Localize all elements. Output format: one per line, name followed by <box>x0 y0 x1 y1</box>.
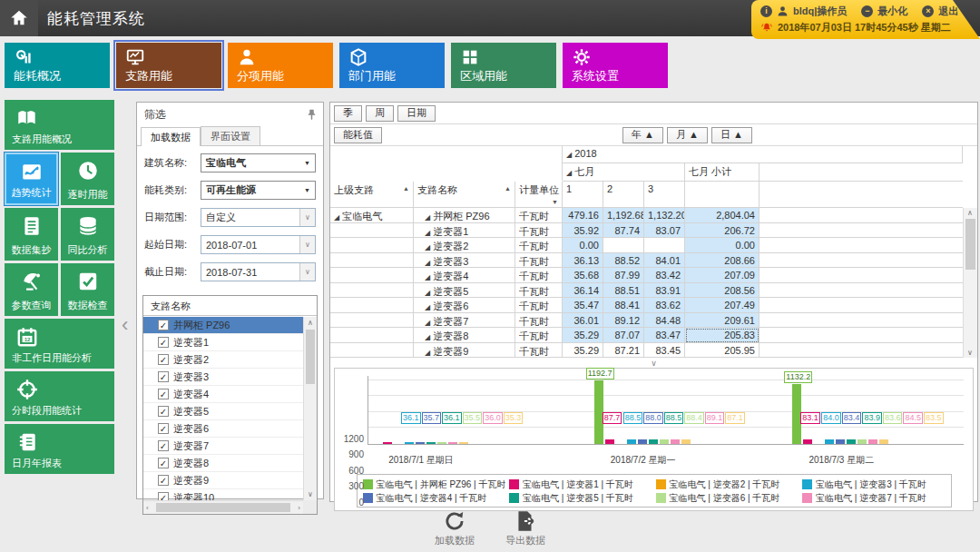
table-row[interactable]: ◢逆变器5千瓦时36.1488.5183.91208.56 <box>330 283 977 299</box>
bar-宝临电气 | 逆变器5 | 千瓦时[interactable] <box>426 442 436 444</box>
branch-list-item[interactable]: ✓逆变器9 <box>143 472 303 489</box>
column-header-day[interactable]: 2 <box>603 182 644 208</box>
table-row[interactable]: ◢逆变器4千瓦时35.6887.9983.42207.09 <box>330 268 977 283</box>
bar-宝临电气 | 逆变器1 | 千瓦时[interactable] <box>803 439 812 444</box>
checkbox-checked-icon[interactable]: ✓ <box>158 406 169 417</box>
column-header-上级支路[interactable]: 上级支路▲ <box>330 182 414 208</box>
minimize-label[interactable]: 最小化 <box>877 5 907 18</box>
cell-unit[interactable]: 千瓦时 <box>515 343 563 359</box>
legend-item[interactable]: 宝临电气 | 逆变器6 | 千瓦时 <box>656 491 799 505</box>
cell-unit[interactable]: 千瓦时 <box>515 328 563 343</box>
export-data-button[interactable]: 导出数据 <box>505 509 545 547</box>
cell-unit[interactable]: 千瓦时 <box>515 223 563 239</box>
combo-dropdown-button[interactable]: ∨ <box>299 209 315 226</box>
bar-宝临电气 | 逆变器1 | 千瓦时[interactable] <box>383 442 392 444</box>
filter-combo-4[interactable]: 2018-07-31∨ <box>201 262 316 281</box>
legend-item[interactable]: 宝临电气 | 并网柜 PZ96 | 千瓦时 <box>363 478 506 491</box>
chevron-down-icon[interactable]: ▼ <box>304 187 310 193</box>
cell-unit[interactable]: 千瓦时 <box>515 313 563 329</box>
checkbox-checked-icon[interactable]: ✓ <box>158 423 169 434</box>
bar-宝临电气 | 逆变器8 | 千瓦时[interactable] <box>681 439 691 444</box>
cell-branch-name[interactable]: ◢逆变器2 <box>414 238 515 253</box>
cell-branch-name[interactable]: ◢逆变器8 <box>414 328 515 343</box>
column-header-支路名称[interactable]: 支路名称▲ <box>414 182 515 208</box>
column-header-day[interactable]: 1 <box>563 182 603 208</box>
cell-value[interactable]: 88.52 <box>603 253 644 269</box>
cell-value[interactable] <box>644 238 685 253</box>
scroll-up-icon[interactable]: ∧ <box>967 209 973 217</box>
chevron-down-icon[interactable]: ▼ <box>304 160 310 166</box>
table-row[interactable]: ◢逆变器7千瓦时36.0189.1284.48209.61 <box>330 313 977 329</box>
cell-unit[interactable]: 千瓦时 <box>515 208 563 223</box>
sidebar-item-数据检查[interactable]: 数据检查 <box>61 263 114 316</box>
cell-parent-branch[interactable] <box>330 268 414 283</box>
cell-subtotal[interactable]: 205.83 <box>685 328 760 343</box>
exit-label[interactable]: 退出 <box>938 5 958 18</box>
bar-宝临电气 | 逆变器7 | 千瓦时[interactable] <box>671 439 680 444</box>
combo-dropdown-button[interactable]: ∨ <box>299 236 315 253</box>
legend-item[interactable]: 宝临电气 | 逆变器1 | 千瓦时 <box>509 478 652 491</box>
cell-value[interactable]: 83.45 <box>644 343 685 359</box>
bar-宝临电气 | 逆变器6 | 千瓦时[interactable] <box>858 439 867 444</box>
filter-combo-1[interactable]: 可再生能源▼ <box>201 181 316 200</box>
cell-value[interactable]: 35.47 <box>563 298 603 313</box>
nav-tile-系统设置[interactable]: 系统设置 <box>563 43 668 88</box>
bar-宝临电气 | 逆变器8 | 千瓦时[interactable] <box>879 439 888 444</box>
branch-list-item[interactable]: ✓逆变器10 <box>143 489 303 500</box>
filter-combo-0[interactable]: 宝临电气▼ <box>201 153 316 172</box>
checkbox-checked-icon[interactable]: ✓ <box>158 389 169 399</box>
cell-subtotal[interactable]: 207.09 <box>685 268 760 283</box>
bar-宝临电气 | 逆变器1 | 千瓦时[interactable] <box>605 439 614 444</box>
cell-value[interactable]: 88.51 <box>603 283 644 299</box>
home-icon[interactable] <box>0 0 38 36</box>
cell-unit[interactable]: 千瓦时 <box>515 298 563 313</box>
cell-subtotal[interactable]: 2,804.04 <box>685 208 760 223</box>
bar-宝临电气 | 逆变器5 | 千瓦时[interactable] <box>649 439 658 444</box>
load-data-button[interactable]: 加载数据 <box>435 509 475 547</box>
cell-value[interactable]: 88.41 <box>603 298 644 313</box>
cell-unit[interactable]: 千瓦时 <box>515 268 563 283</box>
bar-宝临电气 | 逆变器7 | 千瓦时[interactable] <box>868 439 877 444</box>
pivot-field-week[interactable]: 周 <box>366 105 394 122</box>
pin-icon[interactable] <box>308 109 316 120</box>
cell-subtotal[interactable]: 209.61 <box>685 313 760 329</box>
cell-unit[interactable]: 千瓦时 <box>515 238 563 253</box>
branch-list-item[interactable]: ✓逆变器2 <box>143 351 303 369</box>
sidebar-item-支路用能概况[interactable]: 支路用能概况 <box>5 100 114 150</box>
checkbox-checked-icon[interactable]: ✓ <box>158 475 169 486</box>
sidebar-item-参数查询[interactable]: 参数查询 <box>5 263 58 316</box>
branch-list-item[interactable]: ✓逆变器4 <box>143 386 303 403</box>
table-row[interactable]: ◢逆变器1千瓦时35.9287.7483.07206.72 <box>330 223 977 239</box>
legend-item[interactable]: 宝临电气 | 逆变器2 | 千瓦时 <box>656 478 799 491</box>
cell-value[interactable]: 0.00 <box>563 238 603 253</box>
bar-宝临电气 | 逆变器7 | 千瓦时[interactable] <box>448 442 457 444</box>
nav-tile-分项用能[interactable]: 分项用能 <box>228 43 333 88</box>
cell-value[interactable]: 83.91 <box>644 283 685 299</box>
sidebar-item-分时段用能统计[interactable]: 分时段用能统计 <box>5 371 114 421</box>
bar-宝临电气 | 逆变器3 | 千瓦时[interactable] <box>627 439 636 444</box>
cell-value[interactable]: 84.48 <box>644 313 685 329</box>
cell-value[interactable]: 36.01 <box>563 313 603 329</box>
cell-value[interactable] <box>603 238 644 253</box>
cell-value[interactable]: 83.62 <box>644 298 685 313</box>
pivot-field-day[interactable]: 日 ▲ <box>711 127 752 143</box>
cell-value[interactable]: 87.74 <box>603 223 644 239</box>
cell-value[interactable]: 1,192.68 <box>603 208 644 223</box>
cell-subtotal[interactable]: 208.66 <box>685 253 760 269</box>
year-header-cell[interactable]: ◢2018 <box>563 146 963 163</box>
bar-宝临电气 | 逆变器3 | 千瓦时[interactable] <box>825 439 834 444</box>
cell-parent-branch[interactable] <box>330 253 414 269</box>
cell-parent-branch[interactable] <box>330 298 414 313</box>
cell-unit[interactable]: 千瓦时 <box>515 283 563 299</box>
legend-item[interactable]: 宝临电气 | 逆变器3 | 千瓦时 <box>802 478 946 491</box>
scroll-down-icon[interactable]: ∨ <box>967 349 973 357</box>
cell-value[interactable]: 87.07 <box>603 328 644 343</box>
month-header-cell[interactable]: ◢七月 <box>563 163 685 182</box>
branch-list-item[interactable]: ✓逆变器6 <box>143 420 303 438</box>
checkbox-checked-icon[interactable]: ✓ <box>158 337 169 348</box>
cell-parent-branch[interactable] <box>330 283 414 299</box>
table-row[interactable]: ◢逆变器9千瓦时35.2987.2183.45205.95 <box>330 343 977 359</box>
tab-ui-settings[interactable]: 界面设置 <box>201 126 260 145</box>
info-icon[interactable]: i <box>760 5 772 17</box>
cell-value[interactable]: 83.42 <box>644 268 685 283</box>
